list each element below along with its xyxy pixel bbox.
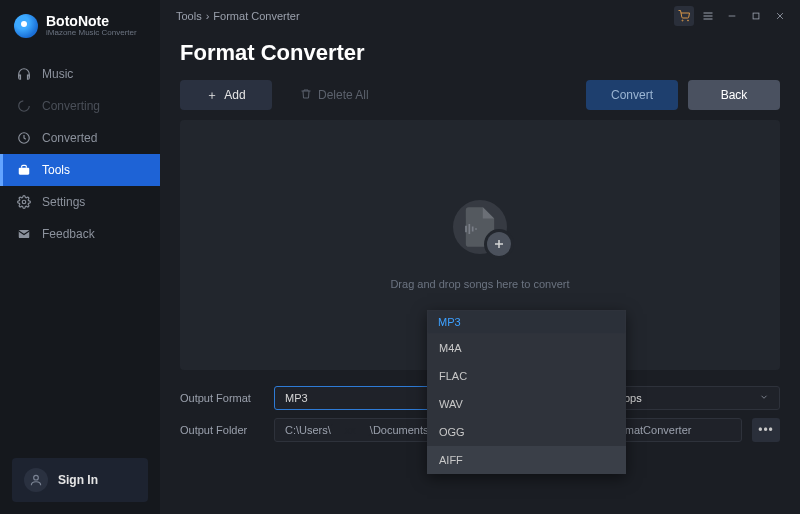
- svg-point-3: [22, 200, 26, 204]
- brand-name: BotoNote: [46, 14, 137, 29]
- svg-rect-8: [753, 13, 759, 19]
- signin-label: Sign In: [58, 473, 98, 487]
- spinner-icon: [16, 98, 32, 114]
- sidebar-item-tools[interactable]: Tools: [0, 154, 160, 186]
- add-label: Add: [224, 88, 245, 102]
- chevron-right-icon: ›: [206, 10, 210, 22]
- sidebar-item-label: Converting: [42, 99, 100, 113]
- back-label: Back: [721, 88, 748, 102]
- maximize-button[interactable]: [746, 6, 766, 26]
- plus-badge-icon: [487, 232, 511, 256]
- svg-point-0: [19, 101, 30, 112]
- output-format-label: Output Format: [180, 392, 264, 404]
- menu-button[interactable]: [698, 6, 718, 26]
- topbar: Tools › Format Converter: [160, 0, 800, 30]
- sidebar-item-label: Tools: [42, 163, 70, 177]
- plus-icon: ＋: [206, 87, 218, 104]
- sidebar-item-label: Music: [42, 67, 73, 81]
- folder-path-masked: xx: [331, 424, 370, 436]
- close-button[interactable]: [770, 6, 790, 26]
- breadcrumb: Tools › Format Converter: [176, 10, 300, 22]
- drop-hint: Drag and drop songs here to convert: [390, 278, 569, 290]
- delete-label: Delete All: [318, 88, 369, 102]
- cart-button[interactable]: [674, 6, 694, 26]
- file-audio-icon: [453, 200, 507, 254]
- minimize-button[interactable]: [722, 6, 742, 26]
- format-dropdown: MP3 M4A FLAC WAV OGG AIFF: [427, 310, 626, 474]
- format-option-m4a[interactable]: M4A: [427, 334, 626, 362]
- svg-point-7: [688, 20, 689, 21]
- signin-button[interactable]: Sign In: [12, 458, 148, 502]
- folder-path-prefix: C:\Users\: [285, 424, 331, 436]
- sidebar-item-label: Settings: [42, 195, 85, 209]
- convert-label: Convert: [611, 88, 653, 102]
- sidebar-item-settings[interactable]: Settings: [0, 186, 160, 218]
- sidebar-item-converting: Converting: [0, 90, 160, 122]
- brand-subtitle: iMazone Music Converter: [46, 29, 137, 38]
- svg-point-6: [682, 20, 683, 21]
- output-folder-label: Output Folder: [180, 424, 264, 436]
- brand: BotoNote iMazone Music Converter: [0, 0, 160, 48]
- sidebar-item-feedback[interactable]: Feedback: [0, 218, 160, 250]
- format-option-mp3[interactable]: MP3: [427, 310, 626, 334]
- chevron-down-icon: [759, 392, 769, 404]
- format-option-wav[interactable]: WAV: [427, 390, 626, 418]
- sidebar-nav: Music Converting Converted Tools Setting…: [0, 58, 160, 250]
- sidebar-item-converted[interactable]: Converted: [0, 122, 160, 154]
- breadcrumb-current: Format Converter: [213, 10, 299, 22]
- sidebar-item-label: Feedback: [42, 227, 95, 241]
- sidebar-item-label: Converted: [42, 131, 97, 145]
- format-option-aiff[interactable]: AIFF: [427, 446, 626, 474]
- avatar-icon: [24, 468, 48, 492]
- headphones-icon: [16, 66, 32, 82]
- gear-icon: [16, 194, 32, 210]
- window-controls: [674, 6, 790, 26]
- main: Tools › Format Converter Format Converte…: [160, 0, 800, 514]
- breadcrumb-root[interactable]: Tools: [176, 10, 202, 22]
- mail-icon: [16, 226, 32, 242]
- back-button[interactable]: Back: [688, 80, 780, 110]
- brand-logo-icon: [14, 14, 38, 38]
- format-option-flac[interactable]: FLAC: [427, 362, 626, 390]
- svg-rect-2: [19, 168, 30, 175]
- add-button[interactable]: ＋ Add: [180, 80, 272, 110]
- page-title: Format Converter: [160, 30, 800, 80]
- browse-folder-button[interactable]: •••: [752, 418, 780, 442]
- clock-icon: [16, 130, 32, 146]
- toolbar: ＋ Add Delete All Convert Back: [160, 80, 800, 120]
- output-format-value: MP3: [285, 392, 308, 404]
- delete-all-button[interactable]: Delete All: [282, 80, 387, 110]
- sidebar-item-music[interactable]: Music: [0, 58, 160, 90]
- format-option-ogg[interactable]: OGG: [427, 418, 626, 446]
- svg-point-5: [34, 475, 39, 480]
- sidebar: BotoNote iMazone Music Converter Music C…: [0, 0, 160, 514]
- convert-button[interactable]: Convert: [586, 80, 678, 110]
- toolbox-icon: [16, 162, 32, 178]
- trash-icon: [300, 88, 312, 103]
